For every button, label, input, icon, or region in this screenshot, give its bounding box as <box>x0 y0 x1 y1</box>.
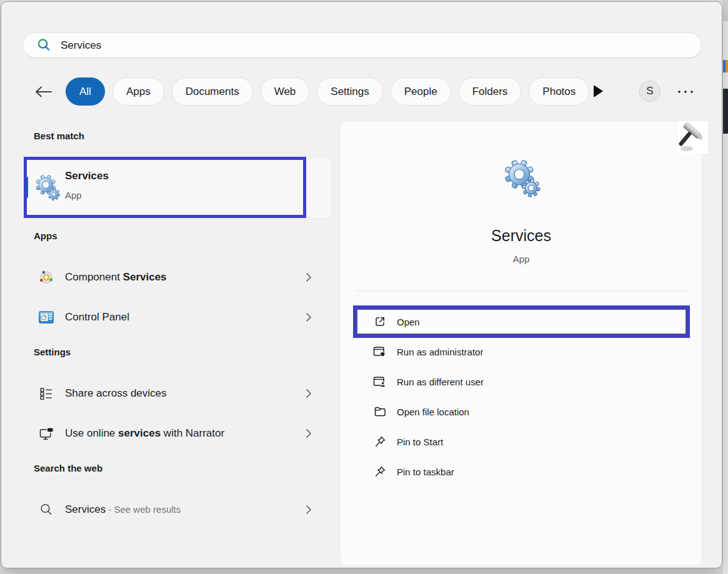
hammer-overlay-image <box>678 121 708 154</box>
tab-folders[interactable]: Folders <box>459 77 522 106</box>
chevron-right-icon[interactable] <box>306 428 312 438</box>
share-across-devices-icon <box>38 385 54 402</box>
search-flyout-window: Services All Apps Documents Web Settings… <box>1 1 722 568</box>
pin-icon <box>373 435 386 448</box>
search-the-web-heading: Search the web <box>34 463 102 473</box>
run-as-admin-icon <box>373 345 386 359</box>
pin-icon <box>373 465 386 478</box>
run-as-different-user-button[interactable]: Run as different user <box>353 367 690 397</box>
ellipsis-icon <box>677 90 694 94</box>
divider <box>356 290 687 291</box>
tab-photos[interactable]: Photos <box>529 77 589 106</box>
back-button[interactable] <box>34 84 54 99</box>
component-services-icon <box>38 269 54 285</box>
tab-settings[interactable]: Settings <box>317 77 382 106</box>
tab-web[interactable]: Web <box>261 77 310 106</box>
app-title: Services <box>341 227 702 245</box>
open-button[interactable]: Open <box>353 305 690 338</box>
detail-panel: Services App Open <box>340 121 702 566</box>
search-input[interactable]: Services <box>22 32 702 58</box>
services-gears-icon-large <box>502 158 542 198</box>
desktop-strip-top <box>723 0 728 21</box>
action-label: Pin to taskbar <box>397 467 454 477</box>
chevron-right-icon[interactable] <box>306 505 312 515</box>
desktop-background-strip <box>723 0 728 574</box>
more-tabs-arrow-icon[interactable] <box>594 85 603 97</box>
action-label: Pin to Start <box>397 437 443 447</box>
result-label: Use online services with Narrator <box>65 427 224 440</box>
services-gears-icon <box>34 174 61 201</box>
result-web-search-services[interactable]: Services - See web results <box>26 490 331 530</box>
result-component-services[interactable]: Component Services <box>26 257 331 297</box>
pin-to-taskbar-button[interactable]: Pin to taskbar <box>353 457 690 487</box>
open-external-icon <box>373 315 386 329</box>
tab-apps[interactable]: Apps <box>112 77 164 106</box>
run-as-different-user-icon <box>373 375 386 388</box>
account-avatar[interactable]: S <box>639 81 661 102</box>
filter-tabs-row: All Apps Documents Web Settings People F… <box>1 77 723 107</box>
control-panel-icon <box>38 309 54 325</box>
result-label: Control Panel <box>65 311 129 324</box>
folder-icon <box>373 405 386 418</box>
result-use-online-services-narrator[interactable]: Use online services with Narrator <box>26 413 331 453</box>
result-label: Services - See web results <box>65 503 181 516</box>
best-match-heading: Best match <box>34 131 84 141</box>
tab-people[interactable]: People <box>391 77 451 106</box>
chevron-right-icon[interactable] <box>306 312 312 322</box>
best-match-result-services[interactable]: Services App <box>26 158 331 217</box>
search-icon <box>37 38 51 52</box>
apps-heading: Apps <box>34 230 57 241</box>
screen: Services All Apps Documents Web Settings… <box>0 0 728 574</box>
best-match-title: Services <box>65 170 109 182</box>
result-label: Share across devices <box>65 387 167 400</box>
tab-documents[interactable]: Documents <box>172 77 253 106</box>
selection-indicator <box>26 177 28 198</box>
search-query-text: Services <box>61 39 101 52</box>
tab-all[interactable]: All <box>66 77 105 106</box>
narrator-online-services-icon <box>38 425 54 442</box>
filter-pills: All Apps Documents Web Settings People F… <box>66 77 589 106</box>
settings-heading: Settings <box>34 347 71 357</box>
background-window-fragment <box>723 89 728 134</box>
app-subtitle: App <box>341 254 702 264</box>
best-match-subtitle: App <box>65 190 82 200</box>
result-control-panel[interactable]: Control Panel <box>26 297 331 337</box>
action-label: Run as different user <box>397 377 484 387</box>
pin-to-start-button[interactable]: Pin to Start <box>353 427 690 457</box>
result-label: Component Services <box>65 271 167 284</box>
action-label: Open <box>397 317 420 327</box>
web-search-icon <box>38 502 54 518</box>
run-as-administrator-button[interactable]: Run as administrator <box>353 337 690 367</box>
open-file-location-button[interactable]: Open file location <box>353 397 690 427</box>
chevron-right-icon[interactable] <box>306 388 312 398</box>
result-share-across-devices[interactable]: Share across devices <box>26 374 331 413</box>
action-label: Open file location <box>397 407 469 417</box>
action-label: Run as administrator <box>397 347 483 357</box>
more-options-button[interactable] <box>675 84 696 99</box>
chevron-right-icon[interactable] <box>306 272 312 282</box>
desktop-icon-fragment <box>723 60 728 72</box>
